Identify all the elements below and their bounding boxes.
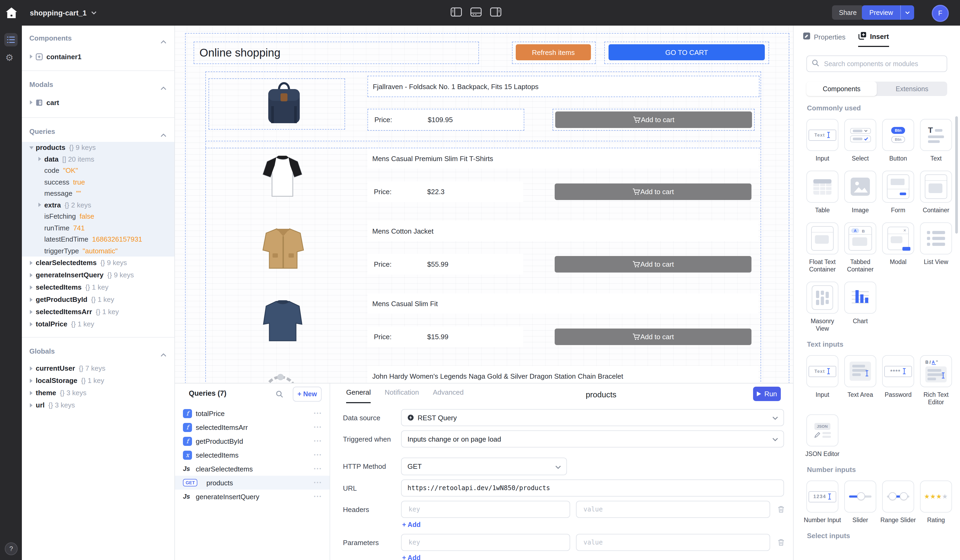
component-card-slider[interactable]: Slider [842,480,879,524]
tree-node-getProductById[interactable]: getProductById{} 1 key [22,293,174,306]
page-title-component[interactable]: Online shopping [194,42,479,64]
caret-right-icon[interactable] [29,391,36,395]
segment-components[interactable]: Components [806,82,877,96]
more-options-icon[interactable]: ••• [314,438,322,444]
tree-node-selectedItems[interactable]: selectedItems{} 1 key [22,281,174,293]
tree-node-data[interactable]: data[] 20 items [22,153,174,165]
component-card-input[interactable]: TextInput [804,119,841,162]
app-canvas[interactable]: Online shopping Refresh items GO TO CART… [174,26,793,383]
component-search-box[interactable] [806,56,947,72]
collapse-chevron-icon[interactable] [160,349,166,359]
triggered-when-select[interactable]: Inputs change or on page load [401,430,784,448]
parameter-key-input[interactable] [408,538,564,547]
component-card-select[interactable]: Select [842,119,879,162]
tree-node-products[interactable]: products{} 9 keys [22,142,174,153]
toggle-right-panel-icon[interactable] [490,8,501,19]
go-to-cart-button[interactable]: GO TO CART [608,44,765,60]
explorer-panel-icon[interactable] [4,33,18,46]
add-to-cart-button[interactable]: Add to cart [555,328,752,345]
component-card-rich-text-editor[interactable]: BIA”Rich Text Editor [917,355,955,406]
new-query-button[interactable]: + New [293,387,322,402]
caret-down-icon[interactable] [29,146,36,149]
add-parameter-link[interactable]: + Add [402,554,421,560]
component-card-button[interactable]: BtnBtnButton [880,119,917,162]
component-card-modal[interactable]: ×Modal [880,222,917,273]
tree-node-theme[interactable]: theme{} 3 keys [22,387,174,399]
help-icon[interactable]: ? [5,542,18,555]
tree-node-extra[interactable]: extra{} 2 keys [22,199,174,211]
segment-extensions[interactable]: Extensions [877,82,947,96]
query-list-item-generateInsertQuery[interactable]: JsgenerateInsertQuery••• [174,490,330,504]
more-options-icon[interactable]: ••• [314,411,322,416]
component-card-list-view[interactable]: List View [917,222,955,273]
delete-header-icon[interactable] [778,506,784,515]
tree-node-generateInsertQuery[interactable]: generateInsertQuery{} 9 keys [22,269,174,281]
parameter-value-input[interactable] [582,538,764,547]
refresh-items-button[interactable]: Refresh items [516,44,591,60]
component-card-input[interactable]: TextInput [804,355,841,406]
more-options-icon[interactable]: ••• [314,480,322,485]
toggle-bottom-panel-icon[interactable] [470,8,482,19]
sidebar-item-container1[interactable]: container1 [22,50,174,63]
tree-node-localStorage[interactable]: localStorage{} 1 key [22,374,174,387]
component-card-rating[interactable]: ★★★★Rating [917,480,955,524]
app-name[interactable]: shopping-cart_1 [30,9,86,17]
http-method-select[interactable]: GET [401,458,567,475]
tab-properties[interactable]: Properties [803,26,846,47]
tree-node-totalPrice[interactable]: totalPrice{} 1 key [22,318,174,330]
caret-right-icon[interactable] [29,261,36,265]
caret-right-icon[interactable] [29,273,36,277]
query-search-icon[interactable] [276,390,283,400]
right-panel-scrollbar[interactable] [955,116,958,234]
tree-node-code[interactable]: code"OK" [22,165,174,176]
query-list-item-selectedItemsArr[interactable]: fselectedItemsArr••• [174,420,330,434]
parameter-key-field[interactable] [401,534,570,551]
header-value-field[interactable] [576,501,770,518]
component-card-chart[interactable]: Chart [842,282,879,332]
collapse-chevron-icon[interactable] [160,130,166,139]
caret-right-icon[interactable] [38,203,44,207]
more-options-icon[interactable]: ••• [314,494,322,499]
tree-node-latestEndTime[interactable]: latestEndTime1686326157931 [22,234,174,245]
caret-right-icon[interactable] [29,285,36,290]
collapse-chevron-icon[interactable] [160,83,166,92]
add-to-cart-button[interactable]: Add to cart [555,184,752,200]
app-name-chevron-icon[interactable] [91,11,96,14]
data-source-select[interactable]: REST Query [401,409,784,426]
more-options-icon[interactable]: ••• [314,424,322,430]
more-options-icon[interactable]: ••• [314,466,322,472]
query-list-item-getProductById[interactable]: fgetProductById••• [174,434,330,448]
components-section-header[interactable]: Components [22,32,174,44]
globals-section-header[interactable]: Globals [22,345,174,357]
more-options-icon[interactable]: ••• [314,452,322,458]
tree-node-clearSelectedtems[interactable]: clearSelectedtems{} 9 keys [22,256,174,269]
caret-right-icon[interactable] [29,378,36,382]
component-search-input[interactable] [823,59,942,68]
run-query-button[interactable]: Run [753,387,781,401]
parameter-value-field[interactable] [576,534,770,551]
preview-chevron-icon[interactable] [901,5,914,20]
component-card-text[interactable]: TText [917,119,955,162]
caret-right-icon[interactable] [29,100,36,104]
header-key-field[interactable] [401,501,570,518]
tree-node-currentUser[interactable]: currentUser{} 7 keys [22,362,174,374]
preview-button[interactable]: Preview [862,5,914,20]
delete-parameter-icon[interactable] [778,539,784,548]
query-list-item-totalPrice[interactable]: ftotalPrice••• [174,406,330,420]
tab-advanced[interactable]: Advanced [433,388,464,403]
caret-right-icon[interactable] [29,54,36,59]
component-card-text-area[interactable]: Text Area [842,355,879,406]
component-card-form[interactable]: Form [880,171,917,214]
avatar[interactable]: F [932,5,949,22]
collapse-chevron-icon[interactable] [160,36,166,46]
add-header-link[interactable]: + Add [402,521,421,528]
tab-insert[interactable]: Insert [858,26,889,47]
component-card-table[interactable]: Table [804,171,841,214]
tree-node-runTime[interactable]: runTime741 [22,222,174,234]
caret-right-icon[interactable] [38,157,44,162]
caret-right-icon[interactable] [29,366,36,370]
component-card-password[interactable]: ****Password [880,355,917,406]
tree-node-success[interactable]: successtrue [22,176,174,188]
component-card-image[interactable]: Image [842,171,879,214]
component-card-masonry-view[interactable]: Masonry View [804,282,841,332]
